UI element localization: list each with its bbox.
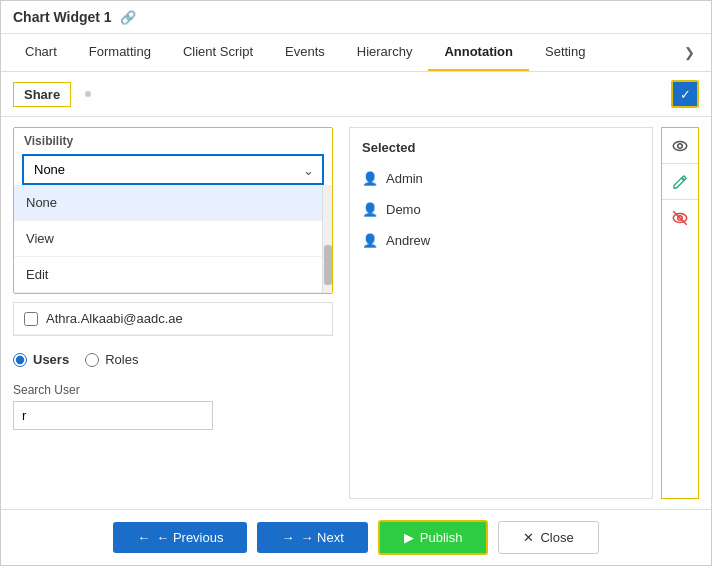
user-email: Athra.Alkaabi@aadc.ae [46,311,183,326]
selected-item-demo: 👤 Demo [350,194,652,225]
right-panel: Selected 👤 Admin 👤 Demo 👤 Andrew [349,127,699,499]
svg-point-1 [678,143,683,148]
user-list-area: Athra.Alkaabi@aadc.ae [13,302,333,336]
user-row: Athra.Alkaabi@aadc.ae [14,303,332,335]
tab-client-script[interactable]: Client Script [167,34,269,71]
window-title: Chart Widget 1 [13,9,112,25]
share-dot [85,91,91,97]
main-content: Visibility None View Edit ⌄ None Vi [1,117,711,509]
share-bar: Share ✓ [1,72,711,117]
dropdown-open: None View Edit [14,185,332,293]
radio-users-label: Users [33,352,69,367]
collapse-button[interactable]: ✓ [671,80,699,108]
action-icons-panel [661,127,699,499]
tab-events[interactable]: Events [269,34,341,71]
selected-name-andrew: Andrew [386,233,430,248]
left-panel: Visibility None View Edit ⌄ None Vi [13,127,333,499]
close-button[interactable]: ✕ Close [498,521,598,554]
selected-name-demo: Demo [386,202,421,217]
scrollbar-thumb [324,245,332,285]
hide-action-button[interactable] [662,200,698,236]
next-button[interactable]: → → Next [257,522,367,553]
publish-play-icon: ▶ [404,530,414,545]
visibility-section: Visibility None View Edit ⌄ None Vi [13,127,333,294]
selected-list: Selected 👤 Admin 👤 Demo 👤 Andrew [349,127,653,499]
dropdown-list: None View Edit [14,185,322,293]
publish-button[interactable]: ▶ Publish [378,520,489,555]
radio-users[interactable]: Users [13,352,69,367]
view-action-button[interactable] [662,128,698,164]
next-label: → Next [300,530,343,545]
dropdown-item-none[interactable]: None [14,185,322,221]
user-checkbox[interactable] [24,312,38,326]
edit-action-button[interactable] [662,164,698,200]
tab-hierarchy[interactable]: Hierarchy [341,34,429,71]
bottom-bar: ← ← Previous → → Next ▶ Publish ✕ Close [1,509,711,565]
tab-more-chevron[interactable]: ❯ [676,37,703,68]
dropdown-item-edit[interactable]: Edit [14,257,322,293]
visibility-dropdown-wrapper: None View Edit ⌄ [22,154,324,185]
scrollbar-track[interactable] [322,185,332,293]
next-arrow-icon: → [281,530,294,545]
share-right: ✓ [671,80,699,108]
external-link-icon[interactable]: 🔗 [120,10,136,25]
previous-label: ← Previous [156,530,223,545]
selected-name-admin: Admin [386,171,423,186]
radio-group: Users Roles [13,344,333,375]
radio-roles-label: Roles [105,352,138,367]
selected-header: Selected [350,136,652,163]
selected-item-admin: 👤 Admin [350,163,652,194]
share-label: Share [13,82,71,107]
user-icon-admin: 👤 [362,171,378,186]
visibility-select[interactable]: None View Edit [24,156,322,183]
svg-point-0 [673,141,687,150]
content-area: Share ✓ Visibility None View Edit [1,72,711,509]
tab-annotation[interactable]: Annotation [428,34,529,71]
user-icon-andrew: 👤 [362,233,378,248]
tab-chart[interactable]: Chart [9,34,73,71]
user-icon-demo: 👤 [362,202,378,217]
search-input[interactable] [13,401,213,430]
radio-roles[interactable]: Roles [85,352,138,367]
prev-arrow-icon: ← [137,530,150,545]
publish-label: Publish [420,530,463,545]
visibility-label: Visibility [14,128,332,150]
search-label: Search User [13,383,333,397]
dropdown-item-view[interactable]: View [14,221,322,257]
search-section: Search User [13,383,333,430]
close-label: Close [540,530,573,545]
tab-bar: Chart Formatting Client Script Events Hi… [1,34,711,72]
title-bar: Chart Widget 1 🔗 [1,1,711,34]
tab-settings[interactable]: Setting [529,34,601,71]
tab-formatting[interactable]: Formatting [73,34,167,71]
close-x-icon: ✕ [523,530,534,545]
previous-button[interactable]: ← ← Previous [113,522,247,553]
selected-item-andrew: 👤 Andrew [350,225,652,256]
